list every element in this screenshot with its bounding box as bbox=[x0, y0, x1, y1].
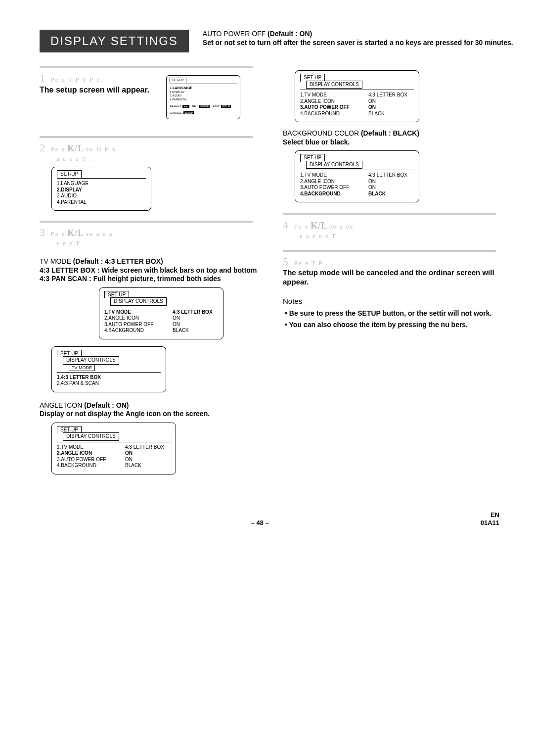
osd-menu-display-controls-autopower: SET-UP DISPLAY CONTROLS 1.TV MODE4:3 LET… bbox=[295, 70, 419, 122]
step-1-num: 1 bbox=[40, 72, 45, 84]
auto-power-off-default: (Default : ON) bbox=[267, 30, 312, 38]
auto-power-off-desc: Set or not set to turn off after the scr… bbox=[203, 39, 513, 47]
arrow-up-down-icon: K/L bbox=[67, 228, 84, 238]
tv-mode-block: TV MODE (Default : 4:3 LETTER BOX) 4:3 L… bbox=[40, 257, 271, 284]
osd-menu-setup: SET-UP 1.LANGUAGE 2.DISPLAY 3.AUDIO 4.PA… bbox=[51, 167, 151, 211]
step-1-text: Pe e T P T P e. bbox=[51, 76, 103, 83]
notes-heading: Notes bbox=[283, 297, 514, 306]
step-3-num: 3 bbox=[40, 226, 45, 238]
step-5-num: 5 bbox=[283, 255, 288, 268]
auto-power-off-block: AUTO POWER OFF (Default : ON) Set or not… bbox=[203, 30, 513, 47]
osd-menu-display-controls-background: SET-UP DISPLAY CONTROLS 1.TV MODE4:3 LET… bbox=[295, 150, 419, 202]
step-2-num: 2 bbox=[40, 142, 45, 154]
page-code: EN01A11 bbox=[481, 511, 499, 527]
background-color-block: BACKGROUND COLOR (Default : BLACK) Selec… bbox=[283, 129, 514, 146]
osd-tab-setup: SET-UP bbox=[170, 78, 186, 83]
osd-menu-tvmode-sub: SET-UP DISPLAY CONTROLS TV MODE 1.4:3 LE… bbox=[51, 346, 166, 392]
step-1-bold: The setup screen will appear. bbox=[40, 86, 149, 94]
osd-menu-display-controls-tvmode: SET-UP DISPLAY CONTROLS 1.TV MODE4:3 LET… bbox=[99, 287, 223, 339]
step-5-bold: The setup mode will be canceled and the … bbox=[283, 268, 494, 286]
step-4-num: 4 bbox=[283, 219, 288, 231]
note-1: Be sure to press the SETUP button, or th… bbox=[283, 309, 514, 318]
osd-footer-mini: SELECT▲▼ SET:ENTER EXIT:SETUP CANCEL:SET… bbox=[170, 104, 237, 115]
osd-menu-display-controls-angle: SET-UP DISPLAY CONTROLS 1.TV MODE4:3 LET… bbox=[51, 423, 176, 474]
arrow-up-down-icon: K/L bbox=[67, 143, 84, 153]
page-number: – 48 – bbox=[251, 519, 269, 527]
arrow-up-down-icon: K/L bbox=[311, 221, 327, 231]
note-2: You can also choose the item by pressing… bbox=[283, 321, 514, 330]
angle-icon-block: ANGLE ICON (Default : ON) Display or not… bbox=[40, 401, 271, 419]
osd-menu-setup-mini: SET-UP 1.LANGUAGE 2.DISPLAY 3.AUDIO 4.PA… bbox=[166, 75, 240, 119]
auto-power-off-label: AUTO POWER OFF bbox=[203, 30, 267, 38]
page-title: DISPLAY SETTINGS bbox=[40, 30, 189, 52]
